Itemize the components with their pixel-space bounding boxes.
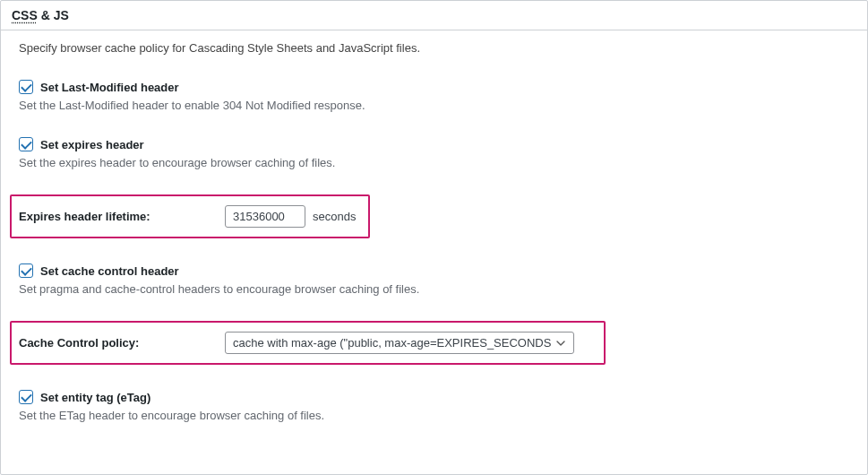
expires-label: Set expires header — [40, 138, 144, 151]
cache-control-label: Set cache control header — [40, 264, 179, 278]
expires-desc: Set the expires header to encourage brow… — [19, 156, 849, 169]
expires-label-wrap[interactable]: Set expires header — [19, 137, 849, 151]
etag-label-wrap[interactable]: Set entity tag (eTag) — [19, 390, 849, 404]
cache-control-policy-select[interactable]: cache with max-age ("public, max-age=EXP… — [225, 332, 574, 354]
expires-lifetime-input[interactable] — [225, 205, 305, 228]
cache-control-label-wrap[interactable]: Set cache control header — [19, 263, 849, 278]
field-etag: Set entity tag (eTag) Set the ETag heade… — [19, 390, 849, 422]
expires-lifetime-row: Expires header lifetime: seconds — [10, 194, 370, 238]
etag-label: Set entity tag (eTag) — [40, 391, 150, 404]
panel-description: Specify browser cache policy for Cascadi… — [19, 41, 849, 55]
field-cache-control: Set cache control header Set pragma and … — [19, 263, 849, 296]
cache-control-desc: Set pragma and cache-control headers to … — [19, 282, 849, 296]
panel-body: Specify browser cache policy for Cascadi… — [1, 30, 867, 458]
panel-title-css: CSS — [12, 8, 38, 22]
last-modified-checkbox[interactable] — [19, 80, 33, 94]
panel-header: CSS & JS — [1, 1, 867, 30]
expires-checkbox[interactable] — [19, 137, 33, 151]
cache-control-policy-row: Cache Control policy: cache with max-age… — [10, 321, 606, 365]
field-last-modified: Set Last-Modified header Set the Last-Mo… — [19, 80, 849, 112]
expires-lifetime-suffix: seconds — [313, 210, 356, 223]
panel-title-js: JS — [54, 8, 69, 22]
etag-checkbox[interactable] — [19, 390, 33, 404]
css-js-settings-panel: CSS & JS Specify browser cache policy fo… — [0, 0, 868, 475]
last-modified-desc: Set the Last-Modified header to enable 3… — [19, 99, 849, 112]
panel-title-connector: & — [38, 8, 54, 22]
last-modified-label-wrap[interactable]: Set Last-Modified header — [19, 80, 849, 94]
cache-control-checkbox[interactable] — [19, 263, 33, 278]
cache-control-policy-label: Cache Control policy: — [19, 336, 225, 350]
etag-desc: Set the ETag header to encourage browser… — [19, 409, 849, 422]
field-expires: Set expires header Set the expires heade… — [19, 137, 849, 169]
expires-lifetime-label: Expires header lifetime: — [19, 210, 225, 223]
last-modified-label: Set Last-Modified header — [40, 81, 179, 94]
